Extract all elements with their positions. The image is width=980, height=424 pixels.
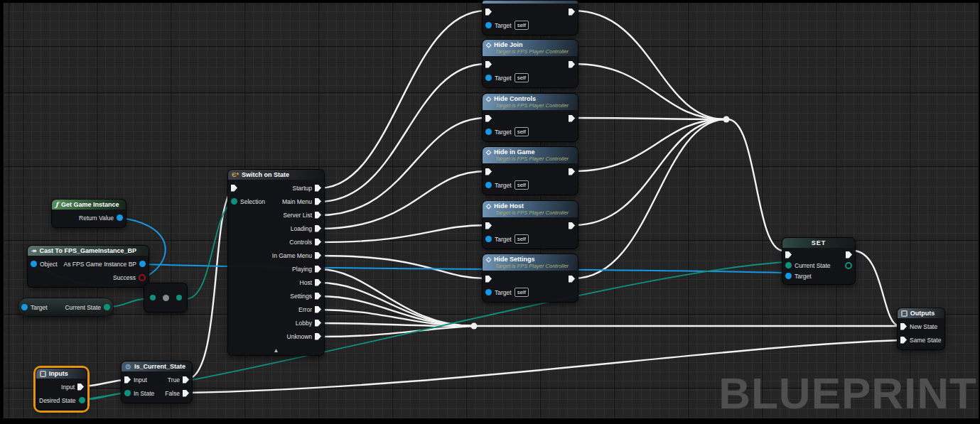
enum-pin[interactable] — [150, 295, 156, 300]
exec-pin[interactable] — [124, 376, 131, 384]
exec-pin[interactable] — [315, 252, 321, 259]
exec-pin[interactable] — [315, 239, 321, 246]
exec-pin[interactable] — [485, 9, 492, 16]
node-header: ↠Cast To FPS_GameInstance_BP — [28, 246, 149, 256]
exec-pin[interactable] — [183, 376, 189, 384]
bool-pin[interactable] — [139, 274, 146, 281]
object-pin[interactable] — [785, 273, 792, 279]
exec-pin[interactable] — [315, 198, 321, 205]
self-literal[interactable]: self — [515, 127, 529, 136]
exec-pin[interactable] — [785, 251, 792, 259]
pin-label: Target — [31, 304, 48, 311]
exec-pin[interactable] — [315, 266, 321, 273]
pin-row: InputTrue — [122, 373, 192, 386]
object-pin[interactable] — [485, 182, 492, 188]
exec-pin[interactable] — [315, 293, 321, 300]
object-pin[interactable] — [485, 129, 492, 135]
exec-pin[interactable] — [900, 323, 907, 330]
exec-pin[interactable] — [485, 168, 492, 175]
self-literal[interactable]: self — [515, 180, 529, 190]
node-hide-settings[interactable]: ◇Hide SettingsTarget is FPS Player Contr… — [482, 254, 578, 303]
pin-label: Target — [495, 182, 512, 189]
exec-pin[interactable] — [315, 320, 321, 327]
exec-pin[interactable] — [846, 251, 852, 259]
object-pin[interactable] — [117, 214, 123, 221]
pin-label: As FPS Game Instance BP — [63, 261, 136, 268]
enum-pin[interactable] — [231, 198, 237, 205]
pin-row: Settings — [228, 289, 324, 303]
pin-row: Same State — [898, 333, 944, 347]
node-inputs[interactable]: ≣InputsInputDesired State — [36, 368, 87, 411]
self-literal[interactable]: self — [515, 288, 529, 297]
exec-pin[interactable] — [900, 337, 907, 344]
pin-label: Settings — [290, 293, 312, 300]
pin-label: Error — [298, 306, 312, 313]
node-get-game-instance[interactable]: ƒGet Game InstanceReturn Value — [51, 199, 126, 228]
pin-label: Current State — [65, 304, 101, 311]
object-pin[interactable] — [485, 289, 492, 295]
exec-pin[interactable] — [77, 384, 84, 391]
exec-pin[interactable] — [315, 185, 321, 192]
node-conversion-node[interactable] — [144, 283, 188, 312]
self-literal[interactable]: self — [515, 21, 529, 30]
node-set-current-state[interactable]: SETCurrent StateTarget — [782, 237, 856, 285]
object-pin[interactable] — [485, 75, 492, 81]
exec-pin[interactable] — [315, 279, 321, 286]
exec-pin[interactable] — [485, 222, 492, 229]
enum-pin[interactable] — [845, 262, 852, 269]
node-title: Hide Host — [494, 202, 524, 210]
exec-pin[interactable] — [485, 276, 492, 283]
pin-label: Return Value — [79, 214, 114, 222]
object-pin[interactable] — [21, 304, 28, 310]
exec-pin[interactable] — [569, 168, 575, 175]
enum-pin[interactable] — [79, 397, 85, 403]
exec-pin[interactable] — [569, 222, 575, 229]
object-pin[interactable] — [485, 22, 492, 28]
enum-pin[interactable] — [104, 304, 110, 310]
exec-pin[interactable] — [315, 212, 321, 219]
enum-pin[interactable] — [124, 390, 131, 396]
self-literal[interactable]: self — [515, 234, 529, 244]
node-cast-to-fps-gameinstance-bp[interactable]: ↠Cast To FPS_GameInstance_BPObjectAs FPS… — [27, 245, 149, 288]
node-hide-in-game[interactable]: ◇Hide in GameTarget is FPS Player Contro… — [482, 146, 578, 195]
exec-pin[interactable] — [569, 276, 575, 283]
node-get-current-state[interactable]: TargetCurrent State — [18, 298, 114, 317]
pin-row: Targetself — [483, 286, 578, 299]
exec-pin[interactable] — [231, 185, 237, 192]
node-hide-host[interactable]: ◇Hide HostTarget is FPS Player Controlle… — [482, 200, 578, 249]
node-title: Inputs — [49, 370, 68, 377]
exec-pin[interactable] — [569, 61, 575, 68]
tunnel-list-icon: ≣ — [901, 310, 908, 317]
node-title: Hide in Game — [494, 148, 535, 156]
exec-pin[interactable] — [315, 333, 321, 340]
node-switch-on-state[interactable]: Є*Switch on StateStartupSelectionMain Me… — [227, 169, 325, 356]
self-literal[interactable]: self — [515, 73, 529, 82]
exec-pin[interactable] — [485, 115, 492, 122]
node-hide-partial[interactable]: Targetself — [482, 0, 578, 36]
node-hide-join[interactable]: ◇Hide JoinTarget is FPS Player Controlle… — [482, 39, 578, 88]
object-pin[interactable] — [485, 236, 492, 242]
exec-pin[interactable] — [485, 61, 492, 68]
exec-pin[interactable] — [183, 390, 189, 397]
wildcard-pin[interactable] — [163, 295, 169, 301]
pin-label: Lobby — [296, 320, 312, 327]
object-pin[interactable] — [31, 261, 37, 267]
add-pin-expander[interactable]: ▲ — [228, 346, 324, 355]
pin-label: Unknown — [287, 333, 312, 340]
enum-pin[interactable] — [176, 295, 182, 300]
node-outputs[interactable]: ≣OutputsNew StateSame State — [897, 308, 945, 350]
pin-label: Controls — [289, 239, 312, 246]
function-diamond-icon: ◇ — [486, 96, 491, 102]
pin-label: Target — [495, 75, 512, 82]
exec-pin[interactable] — [569, 9, 575, 16]
node-is-current-state[interactable]: ⚙Is_Current_StateInputTrueIn StateFalse — [121, 361, 193, 403]
pin-row: Target — [782, 271, 855, 281]
exec-pin[interactable] — [315, 225, 321, 232]
node-title: Is_Current_State — [134, 363, 185, 370]
node-hide-controls[interactable]: ◇Hide ControlsTarget is FPS Player Contr… — [482, 93, 578, 142]
enum-pin[interactable] — [785, 262, 792, 268]
pin-row: Return Value — [52, 211, 126, 224]
object-pin[interactable] — [139, 261, 146, 267]
exec-pin[interactable] — [315, 306, 321, 313]
exec-pin[interactable] — [569, 115, 575, 122]
